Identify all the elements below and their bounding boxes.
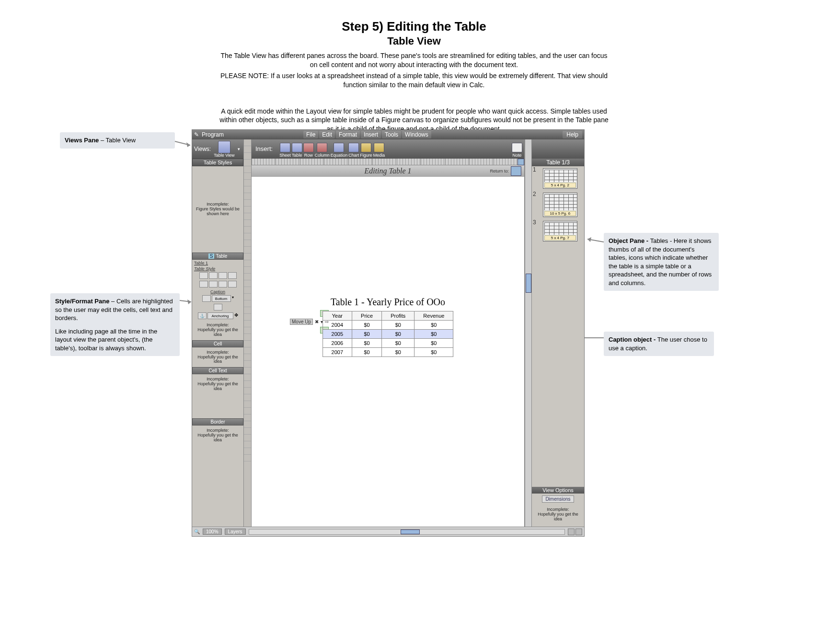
table-tool-row-1	[192, 271, 243, 280]
vertical-scrollbar[interactable]	[525, 139, 531, 527]
layout-view-icon	[511, 166, 521, 176]
border-incomplete: Incomplete: Hopefully you get the idea	[192, 426, 243, 446]
table-canvas[interactable]: Move Up✖▾⇨ Table 1 - Yearly Price of OOo…	[252, 177, 524, 527]
insert-row-icon[interactable]	[303, 143, 314, 152]
anchor-icon[interactable]: ⚓	[198, 312, 207, 319]
menu-format[interactable]: Format	[336, 131, 360, 138]
insert-sheet-icon[interactable]	[280, 143, 290, 152]
tool-icon[interactable]	[202, 295, 211, 302]
view-options-incomplete: Incomplete: Hopefully you get the idea	[534, 505, 582, 525]
object-pane-header: Table 1/3	[532, 159, 584, 166]
cell-text-header[interactable]: Cell Text	[192, 367, 243, 374]
table-row[interactable]: 2004$0$0$0	[322, 321, 453, 330]
cell-incomplete: Incomplete: Hopefully you get the idea	[192, 347, 243, 368]
zoom-level[interactable]: 100%	[203, 529, 222, 535]
object-pane: Table 1/3 15 x 4 Pg. 2 210 x 5 Pg. 6 35 …	[531, 139, 584, 527]
search-icon[interactable]: 🔍	[194, 529, 200, 534]
ruler-tab-icon[interactable]	[518, 159, 524, 165]
chevron-down-icon: ▾	[238, 147, 240, 151]
table-row-selected[interactable]: 2005$0$0$0	[322, 330, 453, 339]
page-desc-1: The Table View has different panes acros…	[218, 51, 610, 69]
insert-chart-icon[interactable]	[348, 143, 359, 152]
views-label: Views:	[194, 146, 211, 152]
insert-figure-icon[interactable]	[361, 143, 371, 152]
tool-icon[interactable]	[218, 281, 227, 288]
move-icon[interactable]: ✥	[234, 312, 238, 319]
insert-label: Insert:	[253, 145, 278, 152]
table-id-label[interactable]: Table 1	[192, 260, 243, 265]
svg-marker-3	[187, 299, 191, 304]
insert-toolbar: Insert: Sheet Table Row Column Equation …	[252, 139, 524, 159]
tool-icon[interactable]	[209, 272, 218, 279]
insert-table-icon[interactable]	[292, 143, 302, 152]
app-window: ✎ Program File Edit Format Insert Tools …	[192, 129, 585, 537]
table-thumb[interactable]: 5 x 4 Pg. 2	[543, 168, 577, 189]
table-incomplete: Incomplete: Hopefully you get the idea	[192, 320, 243, 340]
callout-style-pane: Style/Format Pane – Cells are highlighte…	[50, 293, 180, 356]
close-icon[interactable]: ✖	[315, 319, 319, 324]
table-styles-note: Incomplete: Figure Styles would be shown…	[192, 166, 243, 253]
app-logo-icon: ✎	[194, 131, 199, 138]
tool-icon[interactable]	[199, 281, 208, 288]
view-options-header[interactable]: View Options	[532, 487, 584, 494]
table-thumb[interactable]: 5 x 4 Pg. 7	[543, 221, 577, 242]
tool-icon[interactable]	[228, 281, 237, 288]
page-title: Step 5) Editing the Table	[0, 19, 828, 34]
insert-column-icon[interactable]	[317, 143, 327, 152]
border-header[interactable]: Border	[192, 418, 243, 426]
table-row[interactable]: 2006$0$0$0	[322, 339, 453, 348]
editing-title-row: Editing Table 1 Return to:	[252, 165, 524, 177]
center-area: Insert: Sheet Table Row Column Equation …	[252, 139, 525, 527]
status-icon[interactable]	[568, 529, 575, 535]
return-button[interactable]: Return to:	[490, 166, 521, 176]
tool-icon[interactable]	[214, 304, 222, 310]
svg-marker-5	[587, 237, 591, 242]
menu-insert[interactable]: Insert	[361, 131, 381, 138]
callout-views-pane: Views Pane – Table View	[60, 132, 175, 149]
insert-media-icon[interactable]	[374, 143, 384, 152]
cell-header[interactable]: Cell	[192, 340, 243, 347]
insert-equation-icon[interactable]	[334, 143, 344, 152]
menu-bar: File Edit Format Insert Tools Windows	[303, 131, 431, 138]
cell-text-incomplete: Incomplete: Hopefully you get the idea	[192, 374, 243, 394]
menu-help[interactable]: Help	[563, 131, 582, 138]
horizontal-ruler[interactable]	[252, 159, 524, 165]
app-title: Program	[199, 131, 227, 138]
tool-icon[interactable]	[228, 272, 237, 279]
status-bar: 🔍 100% Layers	[192, 527, 584, 536]
page-subtitle: Table View	[0, 35, 828, 47]
page-desc-2: PLEASE NOTE: If a user looks at a spread…	[218, 71, 610, 90]
table-row[interactable]: 2007$0$0$0	[322, 348, 453, 357]
horizontal-scrollbar[interactable]	[249, 529, 565, 535]
anchoring-dropdown[interactable]: Anchoring	[207, 312, 233, 319]
menu-file[interactable]: File	[303, 131, 318, 138]
data-table[interactable]: YearPriceProfitsRevenue 2004$0$0$0 2005$…	[322, 311, 454, 357]
callout-caption-object: Caption object - The user chose to use a…	[604, 332, 714, 356]
table-thumb[interactable]: 10 x 5 Pg. 6	[543, 193, 577, 217]
status-icon[interactable]	[575, 529, 582, 535]
menu-windows[interactable]: Windows	[402, 131, 431, 138]
scrollbar-thumb[interactable]	[526, 274, 531, 293]
insert-note-icon[interactable]	[512, 143, 522, 152]
tool-icon[interactable]	[199, 272, 208, 279]
vertical-gutter	[244, 139, 252, 527]
views-switcher[interactable]: Views: Table View ▾	[192, 139, 243, 159]
menu-edit[interactable]: Edit	[319, 131, 335, 138]
tool-icon[interactable]	[209, 281, 218, 288]
dimensions-button[interactable]: Dimensions	[542, 495, 574, 503]
table-caption[interactable]: Table 1 - Yearly Price of OOo	[331, 297, 445, 308]
tool-icon[interactable]	[218, 272, 227, 279]
table-header-row: YearPriceProfitsRevenue	[322, 311, 453, 321]
caption-label[interactable]: Caption	[192, 288, 243, 294]
move-up-button[interactable]: Move Up	[290, 319, 313, 325]
scrollbar-thumb[interactable]	[401, 529, 420, 534]
table-header[interactable]: Table	[216, 253, 227, 259]
layers-button[interactable]: Layers	[225, 529, 246, 535]
bottom-dropdown[interactable]: Bottom	[212, 295, 231, 302]
chevron-down-icon: ▾	[232, 295, 234, 302]
table-style-sub[interactable]: Table Style	[192, 265, 243, 271]
callout-object-pane: Object Pane - Tables - Here it shows thu…	[604, 233, 719, 291]
table-styles-header[interactable]: Table Styles	[192, 159, 243, 166]
titlebar: ✎ Program File Edit Format Insert Tools …	[192, 130, 584, 139]
menu-tools[interactable]: Tools	[382, 131, 401, 138]
